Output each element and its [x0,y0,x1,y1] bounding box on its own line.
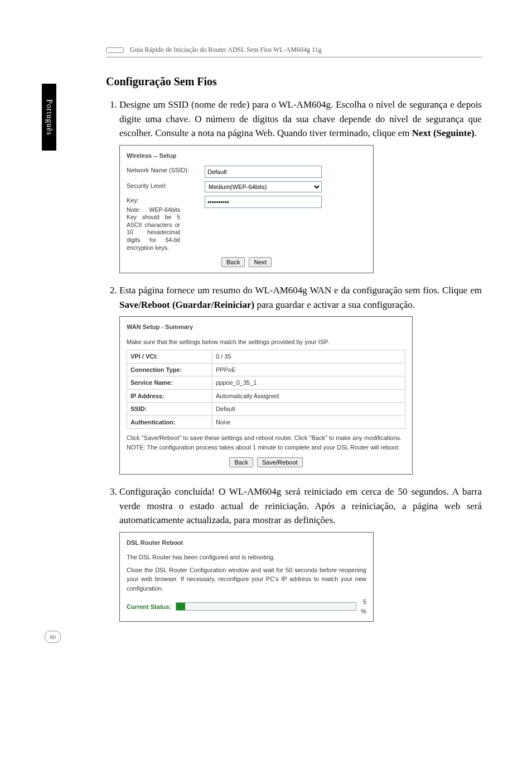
wan-summary-panel: WAN Setup - Summary Make sure that the s… [119,316,413,475]
step-1-bold: Next (Seguinte) [412,128,475,138]
back-button[interactable]: Back [221,257,245,267]
ip-val: Automatically Assigned [212,389,405,403]
table-row: SSID:Default [127,403,405,416]
step-2-text-c: para guardar e activar a sua configuraçã… [254,299,415,310]
next-button[interactable]: Next [249,257,272,267]
security-level-select[interactable]: Medium(WEP-64bits) [205,181,322,192]
section-title: Configuração Sem Fios [106,73,482,90]
ip-key: IP Address: [127,389,212,403]
table-row: Authentication:None [127,415,405,429]
ssid-key: SSID: [127,403,212,416]
progress-bar [176,602,356,611]
doc-header: Guia Rápido de Iniciação do Router ADSL … [106,45,482,57]
table-row: VPI / VCI:0 / 35 [127,350,405,364]
doc-header-text: Guia Rápido de Iniciação do Router ADSL … [130,46,322,54]
wan-title: WAN Setup - Summary [127,322,405,332]
ssid-label: Network Name (SSID): [127,166,205,175]
sn-val: pppoe_0_35_1 [212,376,405,390]
sn-key: Service Name: [127,376,212,390]
reboot-title: DSL Router Reboot [127,538,366,548]
step-1-text-c: . [475,128,477,138]
key-note: Note: WEP-64bits Key should be 5 ASCII c… [127,206,180,252]
wan-summary-table: VPI / VCI:0 / 35 Connection Type:PPPoE S… [127,350,405,429]
step-3-text: Configuração concluída! O WL-AM604g será… [119,486,482,525]
router-icon [106,47,124,53]
ct-val: PPPoE [212,363,405,376]
wan-back-button[interactable]: Back [229,457,253,467]
key-label: Key: [127,196,205,205]
step-2-bold: Save/Reboot (Guardar/Reiniciar) [119,299,254,310]
step-3: Configuração concluída! O WL-AM604g será… [119,485,482,622]
progress-pct: 5 % [361,597,366,616]
wan-note: Click "Save/Reboot" to save these settin… [127,433,405,452]
auth-val: None [212,415,405,429]
key-input[interactable] [205,196,322,208]
table-row: Service Name:pppoe_0_35_1 [127,376,405,390]
step-1: Designe um SSID (nome de rede) para o WL… [119,98,482,273]
security-level-label: Security Level: [127,181,205,191]
ssid-input[interactable] [205,166,322,178]
ssid-val: Default [212,403,405,416]
wan-intro: Make sure that the settings below match … [127,337,405,347]
page-number: 80 [45,631,61,644]
reboot-line1: The DSL Router has been configured and i… [127,553,366,562]
reboot-panel: DSL Router Reboot The DSL Router has bee… [119,532,374,622]
language-tab: Português [42,84,56,151]
ct-key: Connection Type: [127,363,212,376]
progress-fill [176,603,185,610]
table-row: IP Address:Automatically Assigned [127,389,405,403]
step-2: Esta página fornece um resumo do WL-AM60… [119,283,482,475]
vpi-val: 0 / 35 [212,350,405,364]
table-row: Connection Type:PPPoE [127,363,405,376]
auth-key: Authentication: [127,415,212,429]
wireless-setup-panel: Wireless -- Setup Network Name (SSID): S… [119,145,374,274]
step-2-text-a: Esta página fornece um resumo do WL-AM60… [119,285,482,296]
wireless-title: Wireless -- Setup [127,151,366,161]
status-label: Current Status: [127,602,171,612]
vpi-key: VPI / VCI: [127,350,212,364]
reboot-line2: Close the DSL Router Configuration windo… [127,565,366,593]
save-reboot-button[interactable]: Save/Reboot [257,457,303,467]
